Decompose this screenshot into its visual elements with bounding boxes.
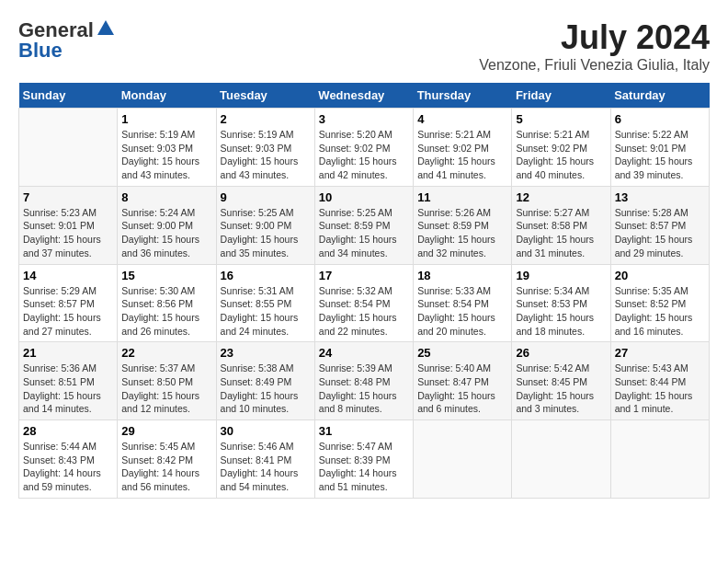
calendar-week-row: 21Sunrise: 5:36 AMSunset: 8:51 PMDayligh…	[19, 342, 710, 420]
day-number: 15	[121, 269, 211, 282]
day-number: 24	[319, 346, 409, 360]
day-number: 27	[615, 346, 705, 360]
logo-icon	[96, 18, 116, 39]
calendar-cell: 28Sunrise: 5:44 AMSunset: 8:43 PMDayligh…	[19, 420, 118, 499]
calendar-cell: 23Sunrise: 5:38 AMSunset: 8:49 PMDayligh…	[216, 342, 314, 420]
day-number: 1	[121, 112, 211, 126]
calendar-cell	[19, 109, 118, 187]
day-number: 14	[23, 269, 113, 282]
calendar-cell: 12Sunrise: 5:27 AMSunset: 8:58 PMDayligh…	[512, 186, 610, 264]
day-number: 22	[121, 346, 211, 360]
day-detail: Sunrise: 5:43 AMSunset: 8:44 PMDaylight:…	[615, 362, 705, 416]
day-detail: Sunrise: 5:34 AMSunset: 8:53 PMDaylight:…	[516, 284, 606, 339]
day-detail: Sunrise: 5:33 AMSunset: 8:54 PMDaylight:…	[417, 284, 507, 339]
day-detail: Sunrise: 5:25 AMSunset: 8:59 PMDaylight:…	[319, 206, 409, 260]
calendar-cell: 21Sunrise: 5:36 AMSunset: 8:51 PMDayligh…	[19, 342, 118, 420]
day-number: 10	[319, 190, 409, 204]
weekday-header-sunday: Sunday	[19, 83, 118, 109]
svg-marker-0	[97, 20, 114, 35]
day-detail: Sunrise: 5:29 AMSunset: 8:57 PMDaylight:…	[23, 284, 113, 339]
day-detail: Sunrise: 5:22 AMSunset: 9:01 PMDaylight:…	[615, 128, 705, 182]
page-header: General Blue July 2024 Venzone, Friuli V…	[18, 18, 710, 74]
location-title: Venzone, Friuli Venezia Giulia, Italy	[479, 57, 710, 74]
calendar-cell: 10Sunrise: 5:25 AMSunset: 8:59 PMDayligh…	[314, 186, 413, 264]
calendar-week-row: 14Sunrise: 5:29 AMSunset: 8:57 PMDayligh…	[19, 264, 710, 342]
calendar-cell	[414, 420, 512, 499]
weekday-header-saturday: Saturday	[610, 83, 709, 109]
day-detail: Sunrise: 5:47 AMSunset: 8:39 PMDaylight:…	[319, 440, 409, 494]
day-detail: Sunrise: 5:21 AMSunset: 9:02 PMDaylight:…	[417, 128, 507, 182]
day-number: 7	[23, 190, 113, 204]
weekday-header-monday: Monday	[118, 83, 216, 109]
day-number: 13	[615, 190, 705, 204]
calendar-cell: 24Sunrise: 5:39 AMSunset: 8:48 PMDayligh…	[314, 342, 413, 420]
day-detail: Sunrise: 5:36 AMSunset: 8:51 PMDaylight:…	[23, 362, 113, 416]
day-number: 2	[221, 112, 311, 126]
day-number: 11	[417, 190, 507, 204]
calendar-cell: 9Sunrise: 5:25 AMSunset: 9:00 PMDaylight…	[216, 186, 314, 264]
calendar-week-row: 28Sunrise: 5:44 AMSunset: 8:43 PMDayligh…	[19, 420, 710, 499]
calendar-cell	[610, 420, 709, 499]
day-detail: Sunrise: 5:30 AMSunset: 8:56 PMDaylight:…	[121, 284, 211, 339]
calendar-cell: 27Sunrise: 5:43 AMSunset: 8:44 PMDayligh…	[610, 342, 709, 420]
calendar-cell: 20Sunrise: 5:35 AMSunset: 8:52 PMDayligh…	[610, 264, 709, 342]
day-number: 20	[615, 269, 705, 282]
day-number: 17	[319, 269, 409, 282]
calendar-cell: 30Sunrise: 5:46 AMSunset: 8:41 PMDayligh…	[216, 420, 314, 499]
logo: General Blue	[18, 18, 116, 63]
calendar-table: SundayMondayTuesdayWednesdayThursdayFrid…	[18, 83, 710, 499]
day-detail: Sunrise: 5:28 AMSunset: 8:57 PMDaylight:…	[615, 206, 705, 260]
day-detail: Sunrise: 5:37 AMSunset: 8:50 PMDaylight:…	[121, 362, 211, 416]
day-number: 4	[417, 112, 507, 126]
calendar-cell: 17Sunrise: 5:32 AMSunset: 8:54 PMDayligh…	[314, 264, 413, 342]
day-number: 29	[121, 424, 211, 438]
calendar-cell: 29Sunrise: 5:45 AMSunset: 8:42 PMDayligh…	[118, 420, 216, 499]
calendar-week-row: 7Sunrise: 5:23 AMSunset: 9:01 PMDaylight…	[19, 186, 710, 264]
day-number: 5	[516, 112, 606, 126]
calendar-cell: 7Sunrise: 5:23 AMSunset: 9:01 PMDaylight…	[19, 186, 118, 264]
calendar-cell: 8Sunrise: 5:24 AMSunset: 9:00 PMDaylight…	[118, 186, 216, 264]
day-number: 30	[221, 424, 311, 438]
title-area: July 2024 Venzone, Friuli Venezia Giulia…	[479, 18, 710, 74]
month-title: July 2024	[479, 18, 710, 57]
day-detail: Sunrise: 5:38 AMSunset: 8:49 PMDaylight:…	[221, 362, 311, 416]
calendar-cell	[512, 420, 610, 499]
day-number: 25	[417, 346, 507, 360]
day-detail: Sunrise: 5:20 AMSunset: 9:02 PMDaylight:…	[319, 128, 409, 182]
day-number: 28	[23, 424, 113, 438]
day-detail: Sunrise: 5:35 AMSunset: 8:52 PMDaylight:…	[615, 284, 705, 339]
day-number: 18	[417, 269, 507, 282]
day-detail: Sunrise: 5:45 AMSunset: 8:42 PMDaylight:…	[121, 440, 211, 494]
day-detail: Sunrise: 5:19 AMSunset: 9:03 PMDaylight:…	[221, 128, 311, 182]
day-detail: Sunrise: 5:25 AMSunset: 9:00 PMDaylight:…	[221, 206, 311, 260]
calendar-cell: 16Sunrise: 5:31 AMSunset: 8:55 PMDayligh…	[216, 264, 314, 342]
day-detail: Sunrise: 5:24 AMSunset: 9:00 PMDaylight:…	[121, 206, 211, 260]
day-detail: Sunrise: 5:32 AMSunset: 8:54 PMDaylight:…	[319, 284, 409, 339]
weekday-header-thursday: Thursday	[414, 83, 512, 109]
day-number: 6	[615, 112, 705, 126]
day-number: 21	[23, 346, 113, 360]
day-number: 9	[221, 190, 311, 204]
day-detail: Sunrise: 5:27 AMSunset: 8:58 PMDaylight:…	[516, 206, 606, 260]
calendar-cell: 3Sunrise: 5:20 AMSunset: 9:02 PMDaylight…	[314, 109, 413, 187]
logo-blue-text: Blue	[18, 39, 63, 63]
day-detail: Sunrise: 5:31 AMSunset: 8:55 PMDaylight:…	[221, 284, 311, 339]
day-number: 26	[516, 346, 606, 360]
day-detail: Sunrise: 5:46 AMSunset: 8:41 PMDaylight:…	[221, 440, 311, 494]
day-number: 16	[221, 269, 311, 282]
calendar-cell: 31Sunrise: 5:47 AMSunset: 8:39 PMDayligh…	[314, 420, 413, 499]
day-number: 8	[121, 190, 211, 204]
calendar-cell: 2Sunrise: 5:19 AMSunset: 9:03 PMDaylight…	[216, 109, 314, 187]
day-detail: Sunrise: 5:21 AMSunset: 9:02 PMDaylight:…	[516, 128, 606, 182]
calendar-cell: 6Sunrise: 5:22 AMSunset: 9:01 PMDaylight…	[610, 109, 709, 187]
calendar-cell: 22Sunrise: 5:37 AMSunset: 8:50 PMDayligh…	[118, 342, 216, 420]
day-detail: Sunrise: 5:19 AMSunset: 9:03 PMDaylight:…	[121, 128, 211, 182]
day-detail: Sunrise: 5:39 AMSunset: 8:48 PMDaylight:…	[319, 362, 409, 416]
weekday-header-friday: Friday	[512, 83, 610, 109]
weekday-header-tuesday: Tuesday	[216, 83, 314, 109]
day-number: 3	[319, 112, 409, 126]
day-detail: Sunrise: 5:40 AMSunset: 8:47 PMDaylight:…	[417, 362, 507, 416]
weekday-header-wednesday: Wednesday	[314, 83, 413, 109]
calendar-cell: 13Sunrise: 5:28 AMSunset: 8:57 PMDayligh…	[610, 186, 709, 264]
calendar-cell: 15Sunrise: 5:30 AMSunset: 8:56 PMDayligh…	[118, 264, 216, 342]
